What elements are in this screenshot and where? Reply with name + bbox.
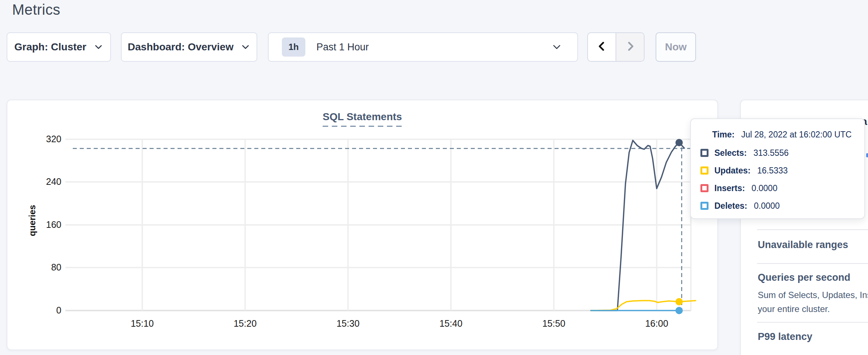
time-range-badge: 1h <box>282 37 305 57</box>
y-axis-tick-label: 160 <box>17 219 61 230</box>
time-range-selector[interactable]: 1h Past 1 Hour <box>268 32 578 62</box>
dashboard-dropdown-label: Dashboard: Overview <box>128 41 234 53</box>
sidebar-description-line: Sum of Selects, Updates, Inser <box>758 290 868 300</box>
x-axis-tick-label: 15:40 <box>425 318 477 329</box>
x-axis-tick-label: 15:20 <box>219 318 271 329</box>
y-axis-tick-label: 0 <box>17 305 61 316</box>
x-axis-tick-label: 15:10 <box>116 318 168 329</box>
prev-time-button[interactable] <box>588 33 616 61</box>
tooltip-time-value: Jul 28, 2022 at 16:02:00 UTC <box>741 130 851 140</box>
time-range-label: Past 1 Hour <box>316 42 552 53</box>
chevron-down-icon <box>241 42 250 52</box>
sql-statements-chart-card <box>7 100 718 350</box>
dashboard-dropdown[interactable]: Dashboard: Overview <box>121 32 257 62</box>
tooltip-deletes-value: 0.0000 <box>754 201 779 211</box>
sidebar-heading-p99-latency: P99 latency <box>758 331 813 343</box>
y-axis-tick-label: 320 <box>17 134 61 144</box>
x-axis-tick-label: 15:50 <box>528 318 580 329</box>
sidebar-clipped-link-fragment <box>866 153 868 157</box>
sidebar-heading-unavailable-ranges: Unavailable ranges <box>758 239 848 251</box>
sidebar-divider <box>757 229 868 230</box>
tooltip-row-deletes: Deletes: 0.0000 <box>700 200 859 212</box>
tooltip-inserts-value: 0.0000 <box>752 183 777 193</box>
page-title: Metrics <box>12 1 60 18</box>
y-axis-tick-label: 240 <box>17 176 61 187</box>
chart-hover-tooltip: Time: Jul 28, 2022 at 16:02:00 UTC Selec… <box>690 118 865 219</box>
chevron-right-icon <box>624 40 636 54</box>
tooltip-row-selects: Selects: 313.5556 <box>700 147 859 159</box>
updates-legend-swatch-icon <box>700 166 709 175</box>
tooltip-updates-label: Updates: <box>714 166 750 176</box>
chevron-down-icon <box>552 42 562 52</box>
sidebar-description-line: your entire cluster. <box>758 304 830 314</box>
x-axis-tick-label: 15:30 <box>322 318 374 329</box>
selects-legend-swatch-icon <box>700 149 709 157</box>
time-pager <box>587 32 645 62</box>
next-time-button[interactable] <box>616 33 644 61</box>
graph-dropdown-label: Graph: Cluster <box>14 41 86 53</box>
sidebar-heading-queries-per-second: Queries per second <box>758 272 850 283</box>
graph-dropdown[interactable]: Graph: Cluster <box>7 32 111 62</box>
chevron-left-icon <box>596 40 608 54</box>
tooltip-selects-value: 313.5556 <box>753 148 789 158</box>
tooltip-inserts-label: Inserts: <box>714 183 745 193</box>
tooltip-row-updates: Updates: 16.5333 <box>700 165 859 176</box>
tooltip-time-label: Time: <box>712 130 735 140</box>
chart-title[interactable]: SQL Statements <box>323 111 402 127</box>
tooltip-time-row: Time: Jul 28, 2022 at 16:02:00 UTC <box>712 129 859 140</box>
x-axis-tick-label: 16:00 <box>631 318 682 329</box>
tooltip-row-inserts: Inserts: 0.0000 <box>700 182 859 194</box>
tooltip-selects-label: Selects: <box>714 148 747 158</box>
chart-title-wrap: SQL Statements <box>7 111 718 127</box>
deletes-legend-swatch-icon <box>700 202 709 210</box>
inserts-legend-swatch-icon <box>700 184 709 192</box>
tooltip-deletes-label: Deletes: <box>714 201 747 211</box>
sidebar-divider <box>757 263 868 264</box>
now-button[interactable]: Now <box>656 32 696 62</box>
sidebar-divider <box>757 322 868 323</box>
chevron-down-icon <box>94 42 103 52</box>
tooltip-updates-value: 16.5333 <box>757 166 788 176</box>
y-axis-tick-label: 80 <box>17 262 61 273</box>
